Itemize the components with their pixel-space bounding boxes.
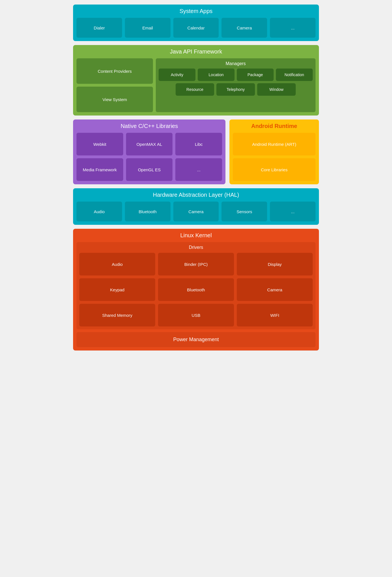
tile-driver-keypad: Keypad xyxy=(79,278,155,301)
tile-driver-binder: Binder (IPC) xyxy=(158,253,234,275)
tile-driver-audio: Audio xyxy=(79,253,155,275)
tile-content-providers: Content Providers xyxy=(76,58,153,84)
tile-telephony: Telephony xyxy=(216,83,255,96)
tile-hal-audio: Audio xyxy=(76,202,122,221)
drivers-section: Drivers Audio Binder (IPC) Display Keypa… xyxy=(76,242,316,329)
java-api-title: Java API Framework xyxy=(76,48,316,55)
tile-hal-bluetooth: Bluetooth xyxy=(125,202,171,221)
middle-row: Native C/C++ Libraries Webkit OpenMAX AL… xyxy=(73,119,319,184)
hal-tiles: Audio Bluetooth Camera Sensors ... xyxy=(76,202,316,221)
tile-driver-camera: Camera xyxy=(237,278,313,301)
tile-more: ... xyxy=(270,18,316,38)
system-apps-layer: System Apps Dialer Email Calendar Camera… xyxy=(73,5,319,41)
tile-driver-display: Display xyxy=(237,253,313,275)
tile-resource: Resource xyxy=(176,83,214,96)
native-cpp-title: Native C/C++ Libraries xyxy=(76,123,222,129)
tile-calendar: Calendar xyxy=(173,18,219,38)
tile-location: Location xyxy=(198,69,235,81)
linux-kernel-layer: Linux Kernel Drivers Audio Binder (IPC) … xyxy=(73,229,319,351)
tile-openmax: OpenMAX AL xyxy=(126,133,173,155)
tile-driver-bluetooth: Bluetooth xyxy=(158,278,234,301)
tile-driver-wifi: WIFI xyxy=(237,304,313,326)
tile-webkit: Webkit xyxy=(76,133,123,155)
drivers-grid: Audio Binder (IPC) Display Keypad Blueto… xyxy=(79,253,313,326)
tile-email: Email xyxy=(125,18,171,38)
java-api-layer: Java API Framework Content Providers Vie… xyxy=(73,45,319,116)
tile-window: Window xyxy=(257,83,296,96)
tile-activity: Activity xyxy=(159,69,195,81)
tile-hal-sensors: Sensors xyxy=(221,202,267,221)
java-api-content: Content Providers View System Managers A… xyxy=(76,58,316,112)
tile-media-framework: Media Framework xyxy=(76,158,123,181)
tile-libc: Libc xyxy=(175,133,222,155)
android-runtime-title: Android Runtime xyxy=(233,123,316,129)
tile-core-libraries: Core Libraries xyxy=(233,158,316,181)
system-apps-tiles: Dialer Email Calendar Camera ... xyxy=(76,18,316,38)
tile-camera: Camera xyxy=(221,18,267,38)
power-management: Power Management xyxy=(76,332,316,347)
tile-package: Package xyxy=(237,69,274,81)
managers-title: Managers xyxy=(159,61,313,66)
managers-row2: Resource Telephony Window xyxy=(159,83,313,96)
tile-opengl: OpenGL ES xyxy=(126,158,173,181)
system-apps-title: System Apps xyxy=(76,8,316,14)
native-cpp-grid: Webkit OpenMAX AL Libc Media Framework O… xyxy=(76,133,222,181)
java-api-left: Content Providers View System xyxy=(76,58,153,112)
tile-hal-more: ... xyxy=(270,202,316,221)
tile-view-system: View System xyxy=(76,87,153,112)
tile-cpp-more: ... xyxy=(175,158,222,181)
hal-layer: Hardware Abstraction Layer (HAL) Audio B… xyxy=(73,188,319,225)
tile-hal-camera: Camera xyxy=(173,202,219,221)
drivers-title: Drivers xyxy=(79,245,313,250)
native-cpp-layer: Native C/C++ Libraries Webkit OpenMAX AL… xyxy=(73,119,225,184)
tile-art: Android Runtime (ART) xyxy=(233,133,316,155)
android-runtime-layer: Android Runtime Android Runtime (ART) Co… xyxy=(229,119,319,184)
linux-kernel-title: Linux Kernel xyxy=(76,232,316,239)
hal-title: Hardware Abstraction Layer (HAL) xyxy=(76,192,316,198)
tile-driver-usb: USB xyxy=(158,304,234,326)
managers-section: Managers Activity Location Package Notif… xyxy=(156,58,316,112)
tile-driver-shared-memory: Shared Memory xyxy=(79,304,155,326)
managers-row1: Activity Location Package Notification xyxy=(159,69,313,81)
tile-dialer: Dialer xyxy=(76,18,122,38)
tile-notification: Notification xyxy=(276,69,313,81)
